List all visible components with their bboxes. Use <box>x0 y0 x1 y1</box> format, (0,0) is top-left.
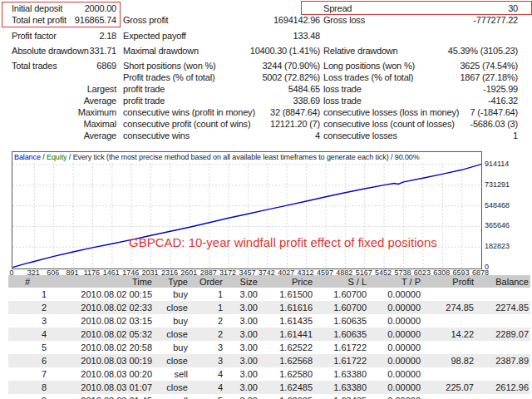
stat-value-b: 3244 (70.90%) <box>262 60 320 71</box>
legend-equity: Equity <box>47 153 66 161</box>
table-cell: buy <box>154 314 190 328</box>
trades-table-header: #TimeTypeOrderSizePriceS / LT / PProfitB… <box>8 275 530 288</box>
stat-label-b: profit trade <box>123 95 165 106</box>
stat-value-a: 331.71 <box>90 45 116 57</box>
stat-value-c: 7 (-1847.64) <box>470 106 518 118</box>
table-cell: close <box>154 354 190 367</box>
stat-label-c: consecutive losses <box>323 130 397 141</box>
table-cell: 2 <box>190 314 224 328</box>
stat-value-b: 10400.30 (1.41%) <box>250 45 320 57</box>
table-cell: 0.00000 <box>368 381 422 394</box>
table-cell: 98.82 <box>422 354 475 367</box>
stat-label-c: Loss trades (% of total) <box>323 71 413 83</box>
table-cell: sell <box>154 394 190 399</box>
table-cell: 1.61616 <box>259 301 314 314</box>
table-cell: 0.00000 <box>368 328 422 341</box>
stat-value-a: Average <box>84 130 116 141</box>
table-cell: 1.61435 <box>259 314 314 328</box>
table-cell: 4 <box>190 381 224 394</box>
stat-label-b: profit trade <box>123 83 165 95</box>
table-cell <box>475 394 530 399</box>
stat-label-b: Profit trades (% of total) <box>123 71 214 83</box>
column-header: S / L <box>314 275 368 288</box>
table-cell: 0.00000 <box>368 288 422 301</box>
table-cell: 2010.08.02 05:32 <box>48 328 154 341</box>
table-cell: close <box>154 328 190 341</box>
column-header: Price <box>259 275 314 288</box>
table-cell: 1.60700 <box>314 301 368 314</box>
table-cell: 1.63380 <box>314 367 368 381</box>
stat-value-c: -1925.99 <box>483 83 518 95</box>
y-tick-label: 731291 <box>485 181 531 189</box>
stat-value-c: 45.39% (3105.23) <box>448 45 518 57</box>
table-cell: 1.63435 <box>314 394 368 399</box>
table-row: 62010.08.03 00:19close33.001.625681.6172… <box>8 354 530 367</box>
stats-row: Averageconsecutive wins4consecutive loss… <box>0 130 532 141</box>
table-cell: 274.85 <box>422 301 475 314</box>
balance-chart: Balance / Equity / Every tick (the most … <box>12 151 482 269</box>
stat-label-c: loss trade <box>323 83 362 95</box>
column-header: Order <box>190 275 224 288</box>
stat-value-b: 5002 (72.82%) <box>262 71 320 83</box>
table-row: 22010.08.02 02:33close13.001.616161.6070… <box>8 301 530 314</box>
stat-label-c: Gross loss <box>323 14 365 26</box>
column-header: Time <box>48 275 154 288</box>
stat-value-a: Largest <box>87 83 116 95</box>
table-cell: 0.00000 <box>368 341 422 354</box>
table-cell: buy <box>154 288 190 301</box>
stat-value-c: -5686.03 (3) <box>470 118 518 130</box>
table-cell: 2 <box>8 301 48 314</box>
table-cell: 3.00 <box>224 288 259 301</box>
table-cell: 0.00000 <box>368 314 422 328</box>
table-cell: 4 <box>190 367 224 381</box>
table-row: 92010.08.03 01:45sell53.001.626351.63435… <box>8 394 530 399</box>
stats-row: Maximalconsecutive profit (count of wins… <box>0 118 532 130</box>
stats-row: Maximumconsecutive wins (profit in money… <box>0 106 532 118</box>
stat-value-b: 1694142.96 <box>273 14 320 26</box>
table-cell: 1.60635 <box>314 314 368 328</box>
table-cell: 2274.85 <box>475 301 530 314</box>
stat-value-a: Maximal <box>83 118 116 130</box>
stat-value-b: 5484.65 <box>288 83 320 95</box>
column-header: Profit <box>422 275 475 288</box>
table-cell: 3.00 <box>224 328 259 341</box>
column-header: Balance <box>475 275 530 288</box>
table-cell: close <box>154 301 190 314</box>
table-cell: 2010.08.02 03:15 <box>48 314 154 328</box>
trades-table: #TimeTypeOrderSizePriceS / LT / PProfitB… <box>8 275 530 399</box>
table-cell: 3.00 <box>224 367 259 381</box>
table-cell: buy <box>154 341 190 354</box>
y-tick-label: 365646 <box>485 222 531 229</box>
stat-label-b: consecutive wins <box>123 130 190 141</box>
trades-tbody: 12010.08.02 00:15buy13.001.615001.607000… <box>8 288 530 399</box>
legend-separator: / <box>66 153 72 161</box>
table-cell: 3.00 <box>224 341 259 354</box>
table-cell: 1.62568 <box>259 354 314 367</box>
stat-label-b: Short positions (won %) <box>123 60 216 71</box>
stats-section: Initial deposit2000.00Spread30Total net … <box>0 0 532 151</box>
table-cell: 1.61500 <box>259 288 314 301</box>
table-cell: 1.61722 <box>314 341 368 354</box>
table-cell: 5 <box>190 394 224 399</box>
table-cell: 2289.07 <box>475 328 530 341</box>
stat-value-c: 1867 (27.18%) <box>460 71 518 83</box>
stat-value-c: 1 <box>513 130 518 141</box>
stat-label-a: Initial deposit <box>12 2 62 14</box>
stat-label-c: consecutive loss (count of losses) <box>323 118 455 130</box>
table-cell <box>422 288 475 301</box>
table-cell: sell <box>154 367 190 381</box>
table-cell <box>422 394 475 399</box>
stats-row: Absolute drawdown331.71Maximal drawdown1… <box>0 45 532 57</box>
table-cell: 2010.08.02 00:15 <box>48 288 154 301</box>
table-cell: 1 <box>8 288 48 301</box>
stat-label-a: Absolute drawdown <box>12 45 89 57</box>
stat-value-c: -416.32 <box>488 95 518 106</box>
table-cell: 2 <box>190 328 224 341</box>
stats-row: Largestprofit trade5484.65loss trade-192… <box>0 83 532 95</box>
table-cell: 9 <box>8 394 48 399</box>
stat-value-b: 12121.20 (7) <box>270 118 320 130</box>
table-cell <box>422 367 475 381</box>
stat-label-a: Total trades <box>12 60 57 71</box>
stat-value-b: 4 <box>315 130 320 141</box>
table-cell: 2387.89 <box>475 354 530 367</box>
